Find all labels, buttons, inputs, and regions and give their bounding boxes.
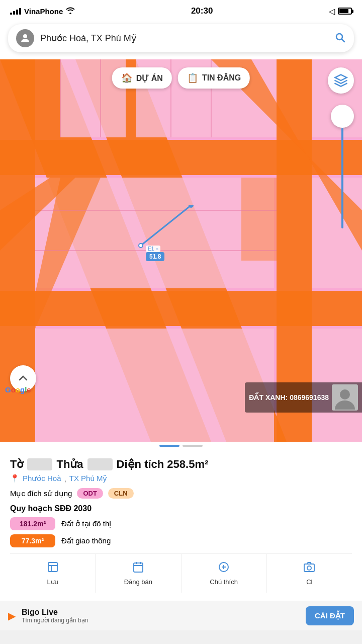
project-icon: 🏠 (121, 72, 132, 84)
carrier-info: VinaPhone (10, 7, 75, 16)
camera-label: Cl (306, 578, 312, 586)
note-button[interactable]: Chú thích (182, 554, 267, 593)
scroll-indicator (0, 442, 362, 450)
svg-point-45 (307, 566, 311, 570)
land-row-2: 77.3m² Đất giao thông (10, 534, 352, 547)
scroll-dot-inactive (183, 445, 203, 447)
location-separator: , (64, 474, 66, 483)
wifi-icon (66, 7, 75, 16)
battery-icon (338, 8, 352, 15)
avatar (16, 29, 34, 47)
listings-label: TIN ĐĂNG (202, 73, 241, 83)
title-area: Diện tích 258.5m² (117, 458, 209, 471)
tag-cln: CLN (108, 488, 134, 499)
muc-dich-label: Mục đích sử dụng (10, 489, 72, 498)
quy-hoach-title: Quy hoạch SĐĐ 2030 (10, 504, 352, 513)
muc-dich-row: Mục đích sử dụng ODT CLN (10, 488, 352, 499)
svg-marker-18 (241, 178, 277, 261)
ad-subtitle: Tìm người đang gần bạn (22, 617, 300, 624)
zoom-slider[interactable] (331, 105, 354, 228)
svg-rect-14 (35, 329, 136, 442)
ad-text-wrap: Bigo Live Tìm người đang gần bạn (22, 608, 300, 624)
info-panel: Tờ Thửa Diện tích 258.5m² 📍 Phước Hoà , … (0, 450, 362, 601)
search-icon[interactable] (334, 31, 346, 45)
dat-xanh-text: ĐẤT XANH: 0869691638 (249, 393, 329, 401)
svg-rect-34 (48, 562, 57, 572)
save-label: Lưu (47, 578, 58, 586)
land-badge-pink: 181.2m² (10, 517, 55, 530)
location-pin-icon: 📍 (10, 474, 20, 483)
dat-xanh-watermark: ĐẤT XANH: 0869691638 (245, 382, 362, 413)
save-icon (47, 561, 59, 576)
land-desc-1: Đất ở tại đô thị (61, 519, 111, 528)
svg-line-29 (141, 205, 191, 246)
land-desc-2: Đất giao thông (61, 536, 111, 545)
camera-icon (303, 561, 315, 576)
title-to: Tờ (10, 458, 23, 471)
carrier-name: VinaPhone (24, 7, 63, 16)
battery-area: ◁ (329, 7, 352, 16)
note-icon (218, 561, 230, 576)
search-input-text: Phước Hoà, TX Phú Mỹ (40, 33, 328, 44)
project-label: DỰ ÁN (136, 73, 163, 83)
location-link-2[interactable]: TX Phú Mỹ (69, 474, 108, 483)
post-sale-button[interactable]: Đăng bán (96, 554, 181, 593)
measurement-marker: E1 ○ 51.8 (146, 246, 164, 261)
ad-icon: ▶ (8, 610, 16, 622)
status-time: 20:30 (191, 6, 213, 16)
title-blur-2 (87, 458, 113, 470)
land-badge-orange: 77.3m² (10, 534, 55, 547)
layer-button[interactable] (328, 67, 354, 94)
land-row-1: 181.2m² Đất ở tại đô thị (10, 517, 352, 530)
search-bar[interactable]: Phước Hoà, TX Phú Mỹ (8, 24, 354, 52)
tag-odt: ODT (77, 488, 103, 499)
post-icon (132, 561, 144, 576)
map-overlay-buttons: 🏠 DỰ ÁN 📋 TIN ĐĂNG (112, 67, 250, 89)
google-logo: Google (5, 385, 31, 394)
note-label: Chú thích (210, 578, 238, 586)
property-location: 📍 Phước Hoà , TX Phú Mỹ (10, 474, 352, 483)
action-buttons-row: Lưu Đăng bán Chú thích Cl (10, 553, 352, 593)
svg-point-31 (139, 244, 143, 248)
title-thua: Thửa (56, 458, 83, 471)
signal-icon (10, 8, 21, 15)
ad-title: Bigo Live (22, 608, 300, 617)
title-blur-1 (27, 458, 52, 470)
slider-track (341, 128, 343, 228)
slider-thumb[interactable] (331, 105, 354, 128)
dat-xanh-avatar (332, 384, 358, 411)
ad-banner: ▶ Bigo Live Tìm người đang gần bạn CÀI Đ… (0, 601, 362, 630)
svg-point-0 (23, 34, 27, 38)
scroll-dot-active (159, 445, 179, 447)
project-button[interactable]: 🏠 DỰ ÁN (112, 67, 172, 89)
status-bar: VinaPhone 20:30 ◁ (0, 0, 362, 20)
location-link-1[interactable]: Phước Hoà (23, 474, 61, 483)
ad-install-button[interactable]: CÀI ĐẶT (306, 606, 354, 625)
svg-rect-37 (134, 563, 143, 572)
search-bar-container: Phước Hoà, TX Phú Mỹ (0, 20, 362, 59)
camera-button[interactable]: Cl (267, 554, 352, 593)
listings-button[interactable]: 📋 TIN ĐĂNG (178, 67, 250, 89)
map-container[interactable]: 🏠 DỰ ÁN 📋 TIN ĐĂNG E1 ○ 51.8 (0, 59, 362, 442)
save-button[interactable]: Lưu (10, 554, 96, 593)
svg-point-33 (340, 389, 350, 399)
post-sale-label: Đăng bán (124, 578, 152, 586)
property-title: Tờ Thửa Diện tích 258.5m² (10, 458, 352, 471)
listings-icon: 📋 (187, 72, 198, 84)
location-icon: ◁ (329, 7, 335, 16)
